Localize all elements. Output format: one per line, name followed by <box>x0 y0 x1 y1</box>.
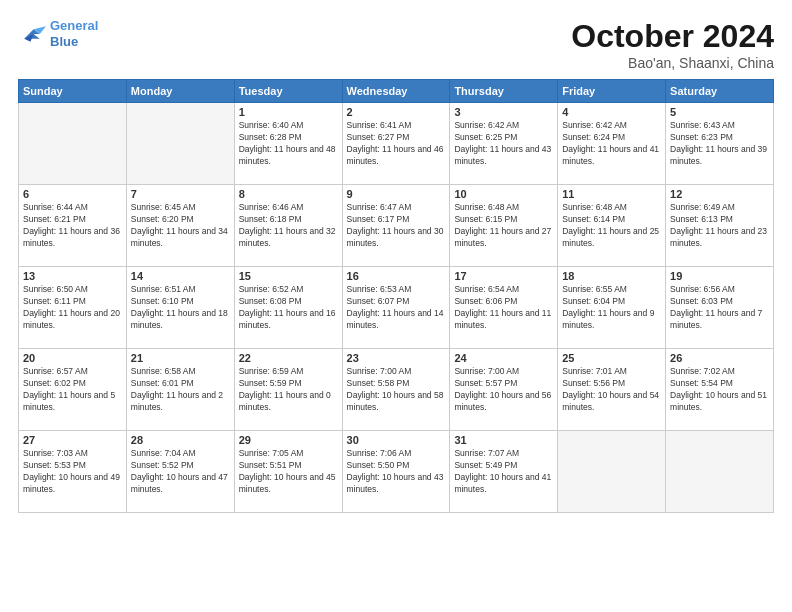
table-row: 11Sunrise: 6:48 AM Sunset: 6:14 PM Dayli… <box>558 185 666 267</box>
table-row: 13Sunrise: 6:50 AM Sunset: 6:11 PM Dayli… <box>19 267 127 349</box>
table-row: 3Sunrise: 6:42 AM Sunset: 6:25 PM Daylig… <box>450 103 558 185</box>
day-number: 9 <box>347 188 446 200</box>
cell-info: Sunrise: 6:41 AM Sunset: 6:27 PM Dayligh… <box>347 120 446 168</box>
day-number: 10 <box>454 188 553 200</box>
day-number: 29 <box>239 434 338 446</box>
day-number: 23 <box>347 352 446 364</box>
cell-info: Sunrise: 6:58 AM Sunset: 6:01 PM Dayligh… <box>131 366 230 414</box>
day-number: 20 <box>23 352 122 364</box>
cell-info: Sunrise: 6:46 AM Sunset: 6:18 PM Dayligh… <box>239 202 338 250</box>
table-row: 25Sunrise: 7:01 AM Sunset: 5:56 PM Dayli… <box>558 349 666 431</box>
header: General Blue October 2024 Bao'an, Shaanx… <box>18 18 774 71</box>
cell-info: Sunrise: 7:05 AM Sunset: 5:51 PM Dayligh… <box>239 448 338 496</box>
cell-info: Sunrise: 7:03 AM Sunset: 5:53 PM Dayligh… <box>23 448 122 496</box>
cell-info: Sunrise: 6:52 AM Sunset: 6:08 PM Dayligh… <box>239 284 338 332</box>
cell-info: Sunrise: 6:45 AM Sunset: 6:20 PM Dayligh… <box>131 202 230 250</box>
day-number: 3 <box>454 106 553 118</box>
day-number: 25 <box>562 352 661 364</box>
cell-info: Sunrise: 6:54 AM Sunset: 6:06 PM Dayligh… <box>454 284 553 332</box>
day-number: 18 <box>562 270 661 282</box>
cell-info: Sunrise: 7:06 AM Sunset: 5:50 PM Dayligh… <box>347 448 446 496</box>
calendar-header: Sunday Monday Tuesday Wednesday Thursday… <box>19 80 774 103</box>
table-row <box>558 431 666 513</box>
logo-icon <box>18 23 46 45</box>
table-row: 19Sunrise: 6:56 AM Sunset: 6:03 PM Dayli… <box>666 267 774 349</box>
day-number: 31 <box>454 434 553 446</box>
page-container: General Blue October 2024 Bao'an, Shaanx… <box>0 0 792 612</box>
table-row <box>666 431 774 513</box>
cell-info: Sunrise: 6:43 AM Sunset: 6:23 PM Dayligh… <box>670 120 769 168</box>
day-number: 1 <box>239 106 338 118</box>
cell-info: Sunrise: 6:56 AM Sunset: 6:03 PM Dayligh… <box>670 284 769 332</box>
table-row: 14Sunrise: 6:51 AM Sunset: 6:10 PM Dayli… <box>126 267 234 349</box>
table-row: 23Sunrise: 7:00 AM Sunset: 5:58 PM Dayli… <box>342 349 450 431</box>
cell-info: Sunrise: 6:40 AM Sunset: 6:28 PM Dayligh… <box>239 120 338 168</box>
table-row: 29Sunrise: 7:05 AM Sunset: 5:51 PM Dayli… <box>234 431 342 513</box>
table-row: 21Sunrise: 6:58 AM Sunset: 6:01 PM Dayli… <box>126 349 234 431</box>
table-row: 27Sunrise: 7:03 AM Sunset: 5:53 PM Dayli… <box>19 431 127 513</box>
calendar: Sunday Monday Tuesday Wednesday Thursday… <box>18 79 774 513</box>
cell-info: Sunrise: 6:59 AM Sunset: 5:59 PM Dayligh… <box>239 366 338 414</box>
logo-line1: General <box>50 18 98 33</box>
col-monday: Monday <box>126 80 234 103</box>
table-row: 4Sunrise: 6:42 AM Sunset: 6:24 PM Daylig… <box>558 103 666 185</box>
day-number: 2 <box>347 106 446 118</box>
day-number: 4 <box>562 106 661 118</box>
day-number: 21 <box>131 352 230 364</box>
table-row: 1Sunrise: 6:40 AM Sunset: 6:28 PM Daylig… <box>234 103 342 185</box>
month-title: October 2024 <box>571 18 774 55</box>
table-row <box>126 103 234 185</box>
table-row: 17Sunrise: 6:54 AM Sunset: 6:06 PM Dayli… <box>450 267 558 349</box>
table-row: 6Sunrise: 6:44 AM Sunset: 6:21 PM Daylig… <box>19 185 127 267</box>
week-row-4: 20Sunrise: 6:57 AM Sunset: 6:02 PM Dayli… <box>19 349 774 431</box>
cell-info: Sunrise: 6:53 AM Sunset: 6:07 PM Dayligh… <box>347 284 446 332</box>
day-number: 28 <box>131 434 230 446</box>
table-row: 7Sunrise: 6:45 AM Sunset: 6:20 PM Daylig… <box>126 185 234 267</box>
cell-info: Sunrise: 6:48 AM Sunset: 6:14 PM Dayligh… <box>562 202 661 250</box>
cell-info: Sunrise: 6:49 AM Sunset: 6:13 PM Dayligh… <box>670 202 769 250</box>
day-number: 16 <box>347 270 446 282</box>
table-row: 12Sunrise: 6:49 AM Sunset: 6:13 PM Dayli… <box>666 185 774 267</box>
day-number: 26 <box>670 352 769 364</box>
cell-info: Sunrise: 6:51 AM Sunset: 6:10 PM Dayligh… <box>131 284 230 332</box>
table-row: 30Sunrise: 7:06 AM Sunset: 5:50 PM Dayli… <box>342 431 450 513</box>
day-number: 27 <box>23 434 122 446</box>
header-row: Sunday Monday Tuesday Wednesday Thursday… <box>19 80 774 103</box>
location: Bao'an, Shaanxi, China <box>571 55 774 71</box>
col-friday: Friday <box>558 80 666 103</box>
day-number: 24 <box>454 352 553 364</box>
day-number: 15 <box>239 270 338 282</box>
week-row-5: 27Sunrise: 7:03 AM Sunset: 5:53 PM Dayli… <box>19 431 774 513</box>
day-number: 5 <box>670 106 769 118</box>
day-number: 12 <box>670 188 769 200</box>
logo-text: General Blue <box>50 18 98 49</box>
cell-info: Sunrise: 7:00 AM Sunset: 5:58 PM Dayligh… <box>347 366 446 414</box>
cell-info: Sunrise: 7:02 AM Sunset: 5:54 PM Dayligh… <box>670 366 769 414</box>
table-row: 10Sunrise: 6:48 AM Sunset: 6:15 PM Dayli… <box>450 185 558 267</box>
logo: General Blue <box>18 18 98 49</box>
calendar-body: 1Sunrise: 6:40 AM Sunset: 6:28 PM Daylig… <box>19 103 774 513</box>
cell-info: Sunrise: 6:44 AM Sunset: 6:21 PM Dayligh… <box>23 202 122 250</box>
cell-info: Sunrise: 7:01 AM Sunset: 5:56 PM Dayligh… <box>562 366 661 414</box>
table-row: 15Sunrise: 6:52 AM Sunset: 6:08 PM Dayli… <box>234 267 342 349</box>
day-number: 22 <box>239 352 338 364</box>
table-row: 5Sunrise: 6:43 AM Sunset: 6:23 PM Daylig… <box>666 103 774 185</box>
day-number: 8 <box>239 188 338 200</box>
table-row: 31Sunrise: 7:07 AM Sunset: 5:49 PM Dayli… <box>450 431 558 513</box>
cell-info: Sunrise: 6:42 AM Sunset: 6:25 PM Dayligh… <box>454 120 553 168</box>
week-row-1: 1Sunrise: 6:40 AM Sunset: 6:28 PM Daylig… <box>19 103 774 185</box>
cell-info: Sunrise: 6:42 AM Sunset: 6:24 PM Dayligh… <box>562 120 661 168</box>
day-number: 11 <box>562 188 661 200</box>
week-row-3: 13Sunrise: 6:50 AM Sunset: 6:11 PM Dayli… <box>19 267 774 349</box>
week-row-2: 6Sunrise: 6:44 AM Sunset: 6:21 PM Daylig… <box>19 185 774 267</box>
table-row: 22Sunrise: 6:59 AM Sunset: 5:59 PM Dayli… <box>234 349 342 431</box>
cell-info: Sunrise: 7:07 AM Sunset: 5:49 PM Dayligh… <box>454 448 553 496</box>
logo-line2: Blue <box>50 34 78 49</box>
cell-info: Sunrise: 6:57 AM Sunset: 6:02 PM Dayligh… <box>23 366 122 414</box>
day-number: 19 <box>670 270 769 282</box>
day-number: 14 <box>131 270 230 282</box>
table-row: 9Sunrise: 6:47 AM Sunset: 6:17 PM Daylig… <box>342 185 450 267</box>
cell-info: Sunrise: 6:48 AM Sunset: 6:15 PM Dayligh… <box>454 202 553 250</box>
table-row: 18Sunrise: 6:55 AM Sunset: 6:04 PM Dayli… <box>558 267 666 349</box>
col-sunday: Sunday <box>19 80 127 103</box>
